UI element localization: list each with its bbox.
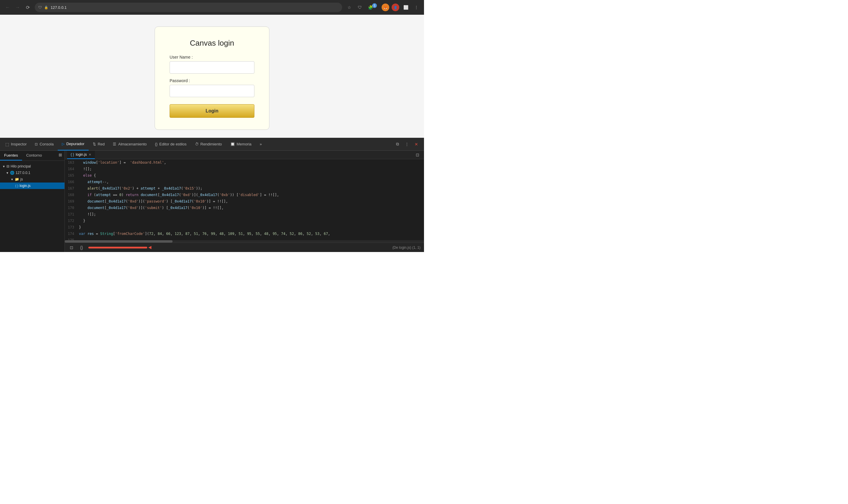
- security-icon: 🛡: [38, 5, 42, 10]
- horizontal-scrollbar[interactable]: [65, 240, 424, 242]
- devtools: ⬚ Inspector ⊡ Consola ▷ Depurador ⇅ Red …: [0, 138, 424, 252]
- devtools-code-panel: { } login.js ✕ ⊡ 163 window['location'] …: [65, 151, 424, 252]
- console-icon: ⊡: [35, 142, 38, 146]
- tab-inspector[interactable]: ⬚ Inspector: [1, 138, 31, 150]
- file-tree: ▼ ⊟ Hilo principal ▼ 🌐 127.0.0.1 ▼ 📁 js …: [0, 161, 65, 252]
- console-toggle-button[interactable]: ⊡: [68, 244, 75, 251]
- perf-icon: ⏱: [195, 142, 199, 146]
- code-line-175: 175: [65, 237, 424, 240]
- back-button[interactable]: ←: [3, 3, 12, 12]
- pretty-print-toggle[interactable]: {}: [78, 244, 85, 251]
- devtools-right-buttons: ⧉ ⋮ ✕: [393, 140, 423, 148]
- debugger-icon: ▷: [62, 142, 65, 146]
- tab-network[interactable]: ⇅ Red: [89, 138, 109, 150]
- login-title: Canvas login: [190, 39, 234, 48]
- menu-button[interactable]: ⋮: [412, 3, 420, 12]
- left-panel-toggle[interactable]: ⊠: [56, 151, 65, 159]
- code-tab-login-js[interactable]: { } login.js ✕: [67, 151, 95, 159]
- arrow-bar: [88, 247, 147, 249]
- file-type-icon: { }: [71, 152, 74, 157]
- password-label: Password :: [169, 78, 254, 83]
- tree-item-login-js[interactable]: { } login.js: [0, 182, 65, 189]
- thread-icon: ⊟: [6, 164, 10, 168]
- inspect-icon: ⬚: [5, 142, 9, 147]
- username-label: User Name :: [169, 55, 254, 59]
- code-line-169: 169 document[_0x4d1a17('0xd')]('password…: [65, 198, 424, 204]
- code-line-171: 171 ![];: [65, 211, 424, 218]
- scroll-indicator: ◄: [88, 244, 152, 251]
- sources-tab[interactable]: Fuentes: [0, 151, 22, 160]
- memory-icon: 🔲: [230, 142, 235, 146]
- lock-icon: 🔒: [44, 5, 48, 10]
- password-group: Password :: [169, 78, 254, 97]
- code-line-173: 173 }: [65, 224, 424, 231]
- avatar-2: 👤: [392, 3, 399, 11]
- tab-debugger[interactable]: ▷ Depurador: [58, 138, 88, 150]
- tab-style-editor[interactable]: {} Editor de estilos: [151, 138, 191, 150]
- code-line-163: 163 window['location'] = 'dashboard.html…: [65, 159, 424, 166]
- devtools-bottom-bar: ⊡ {} ◄ (De login.js) (1, 1): [65, 242, 424, 252]
- left-panel-tabs: Fuentes Contorno ⊠: [0, 151, 65, 161]
- code-line-166: 166 attempt--,: [65, 179, 424, 185]
- login-card: Canvas login User Name : Password : Logi…: [155, 26, 269, 130]
- bookmark-button[interactable]: ☆: [345, 3, 353, 12]
- devtools-left-panel: Fuentes Contorno ⊠ ▼ ⊟ Hilo principal ▼ …: [0, 151, 65, 252]
- js-file-icon: { }: [15, 184, 18, 187]
- tree-item-js-folder[interactable]: ▼ 📁 js: [0, 176, 65, 182]
- password-input[interactable]: [169, 85, 254, 97]
- browser-chrome: ← → ⟳ 🛡 🔒 127.0.0.1 ☆ 🛡 🧩 5 🦊 👤 ⬜ ⋮: [0, 0, 424, 15]
- code-line-172: 172 }: [65, 218, 424, 224]
- network-icon: ⇅: [93, 142, 96, 146]
- code-line-165: 165 else {: [65, 172, 424, 179]
- tree-item-host[interactable]: ▼ 🌐 127.0.0.1: [0, 169, 65, 176]
- login-button[interactable]: Login: [169, 104, 254, 118]
- scrollbar-thumb: [65, 240, 173, 242]
- code-tabs: { } login.js ✕ ⊡: [65, 151, 424, 159]
- browser-right: ☆ 🛡 🧩 5 🦊 👤 ⬜ ⋮: [345, 3, 420, 12]
- folder-icon: 📁: [15, 177, 19, 181]
- collapse-arrow: ▼: [2, 165, 5, 168]
- forward-button[interactable]: →: [14, 3, 22, 12]
- tab-more[interactable]: »: [256, 138, 266, 150]
- extensions-button[interactable]: ⬜: [402, 3, 410, 12]
- collapse-arrow-3: ▼: [11, 178, 14, 181]
- more-icon: »: [260, 142, 262, 146]
- code-line-168: 168 if (attempt == 0) return document[_0…: [65, 192, 424, 198]
- code-editor[interactable]: 163 window['location'] = 'dashboard.html…: [65, 159, 424, 240]
- code-line-164: 164 ![];: [65, 166, 424, 172]
- outline-tab[interactable]: Contorno: [22, 151, 46, 160]
- storage-icon: ☰: [113, 142, 116, 146]
- more-options-button[interactable]: ⋮: [403, 140, 411, 148]
- style-icon: {}: [155, 142, 158, 146]
- url-text: 127.0.0.1: [51, 5, 67, 10]
- file-position: (De login.js) (1, 1): [393, 246, 420, 250]
- dock-button[interactable]: ⧉: [393, 140, 402, 148]
- code-line-174: 174 var res = String['fromCharCode'](72,…: [65, 231, 424, 237]
- badge: 5: [372, 3, 377, 8]
- arrow-head-icon: ◄: [147, 244, 152, 251]
- shield-button[interactable]: 🛡: [356, 3, 364, 12]
- username-group: User Name :: [169, 55, 254, 74]
- code-line-167: 167 alert(_0x4d1a17('0x2') + attempt + _…: [65, 185, 424, 192]
- nav-buttons: ← → ⟳: [3, 3, 32, 12]
- globe-icon: 🌐: [10, 171, 14, 175]
- tab-memory[interactable]: 🔲 Memoria: [226, 138, 256, 150]
- close-devtools-button[interactable]: ✕: [412, 140, 420, 148]
- tab-performance[interactable]: ⏱ Rendimiento: [191, 138, 226, 150]
- main-content: Canvas login User Name : Password : Logi…: [0, 15, 424, 138]
- reload-button[interactable]: ⟳: [23, 3, 32, 12]
- tree-item-main-thread[interactable]: ▼ ⊟ Hilo principal: [0, 163, 65, 169]
- code-line-170: 170 document[_0x4d1a17('0xd')]('submit')…: [65, 204, 424, 211]
- devtools-tab-bar: ⬚ Inspector ⊡ Consola ▷ Depurador ⇅ Red …: [0, 138, 424, 151]
- close-tab-icon[interactable]: ✕: [89, 153, 91, 157]
- username-input[interactable]: [169, 61, 254, 74]
- address-bar[interactable]: 🛡 🔒 127.0.0.1: [35, 3, 342, 12]
- avatar-1: 🦊: [382, 3, 389, 11]
- collapse-arrow-2: ▼: [6, 171, 9, 175]
- tab-console[interactable]: ⊡ Consola: [31, 138, 58, 150]
- tab-storage[interactable]: ☰ Almacenamiento: [109, 138, 151, 150]
- pretty-print-button[interactable]: ⊡: [413, 151, 422, 159]
- devtools-body: Fuentes Contorno ⊠ ▼ ⊟ Hilo principal ▼ …: [0, 151, 424, 252]
